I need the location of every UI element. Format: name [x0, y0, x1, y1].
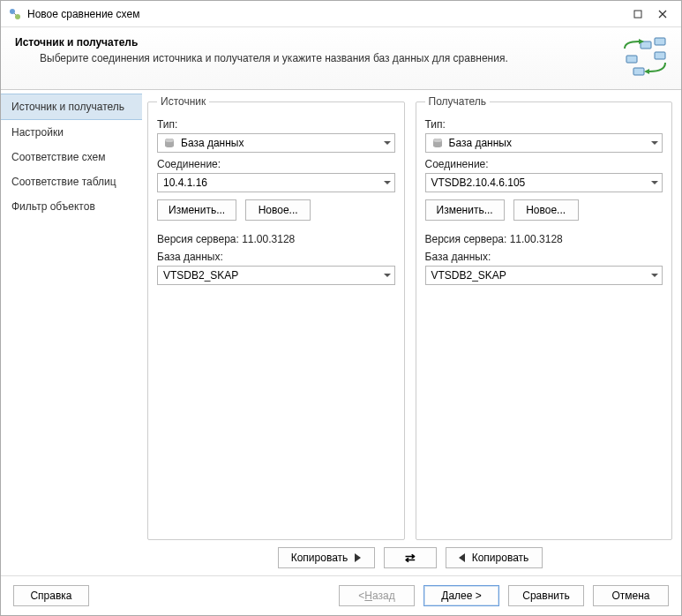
target-type-value: База данных [449, 137, 512, 149]
target-conn-label: Соединение: [425, 158, 663, 170]
panels-row: Источник Тип: База данных Соединение: 10… [147, 95, 672, 540]
source-db-label: База данных: [157, 251, 395, 263]
close-button[interactable] [656, 8, 669, 20]
sidebar-item-table-mapping[interactable]: Соответствие таблиц [1, 169, 142, 194]
next-button[interactable]: Далее > [423, 585, 499, 606]
svg-point-11 [165, 139, 174, 142]
target-type-combo[interactable]: База данных [425, 133, 663, 153]
content-area: Источник Тип: База данных Соединение: 10… [142, 90, 681, 575]
svg-rect-6 [655, 52, 665, 59]
wizard-header: Источник и получатель Выберите соединени… [1, 27, 681, 90]
chevron-down-icon [651, 181, 658, 184]
target-conn-value: VTSDB2.10.4.6.105 [431, 177, 526, 189]
sidebar-item-label: Соответствие таблиц [11, 176, 116, 188]
chevron-down-icon [384, 274, 391, 277]
copy-left-label: Копировать [472, 552, 529, 564]
source-server-version: Версия сервера: 11.00.3128 [157, 233, 395, 245]
copy-buttons-row: Копировать ⇄ Копировать [147, 540, 672, 572]
target-db-value: VTSDB2_SKAP [431, 269, 506, 282]
wizard-footer: Справка < Назад Далее > Сравнить Отмена [1, 575, 681, 615]
target-legend: Получатель [425, 95, 491, 108]
database-icon [163, 137, 176, 149]
svg-point-13 [433, 139, 442, 142]
source-db-value: VTSDB2_SKAP [163, 269, 238, 282]
sidebar-item-schema-mapping[interactable]: Соответствие схем [1, 145, 142, 169]
chevron-down-icon [651, 141, 658, 145]
window-title: Новое сравнение схем [27, 8, 632, 20]
copy-to-target-button[interactable]: Копировать [278, 547, 375, 568]
source-database-combo[interactable]: VTSDB2_SKAP [157, 266, 395, 285]
source-type-label: Тип: [157, 118, 395, 131]
source-connection-combo[interactable]: 10.4.1.16 [157, 173, 395, 192]
source-legend: Источник [157, 95, 209, 108]
help-button[interactable]: Справка [13, 585, 89, 606]
schema-compare-icon [623, 36, 667, 77]
svg-marker-9 [644, 69, 649, 74]
chevron-down-icon [651, 274, 658, 277]
chevron-down-icon [384, 181, 391, 184]
target-conn-buttons: Изменить... Новое... [425, 199, 663, 221]
copy-right-label: Копировать [291, 552, 348, 564]
svg-rect-3 [626, 56, 637, 63]
target-database-combo[interactable]: VTSDB2_SKAP [425, 266, 663, 285]
titlebar: Новое сравнение схем [1, 1, 681, 27]
source-edit-button[interactable]: Изменить... [157, 199, 236, 221]
target-type-label: Тип: [425, 118, 663, 131]
svg-rect-2 [634, 11, 641, 18]
target-panel: Получатель Тип: База данных Соединение: … [416, 95, 673, 540]
sidebar-item-label: Источник и получатель [11, 101, 124, 113]
sidebar-item-object-filter[interactable]: Фильтр объектов [1, 194, 142, 219]
swap-icon: ⇄ [405, 552, 416, 564]
window-buttons [632, 8, 674, 20]
target-server-version: Версия сервера: 11.00.3128 [425, 233, 663, 245]
target-db-label: База данных: [425, 251, 663, 263]
source-new-button[interactable]: Новое... [245, 199, 311, 221]
wizard-header-text: Источник и получатель Выберите соединени… [15, 36, 623, 64]
sidebar-item-label: Настройки [11, 126, 64, 139]
target-edit-button[interactable]: Изменить... [425, 199, 505, 221]
wizard-header-subtitle: Выберите соединения источника и получате… [40, 52, 623, 64]
source-type-value: База данных [181, 137, 244, 149]
maximize-button[interactable] [632, 8, 644, 20]
svg-rect-5 [655, 38, 665, 45]
source-conn-buttons: Изменить... Новое... [157, 199, 395, 221]
arrow-right-icon [355, 553, 361, 562]
sidebar-item-settings[interactable]: Настройки [1, 120, 142, 145]
app-icon [8, 7, 22, 21]
target-connection-combo[interactable]: VTSDB2.10.4.6.105 [425, 173, 663, 192]
sidebar-item-source-target[interactable]: Источник и получатель [1, 94, 142, 120]
cancel-button[interactable]: Отмена [593, 585, 669, 606]
source-type-combo[interactable]: База данных [157, 133, 395, 153]
svg-rect-7 [633, 68, 644, 75]
wizard-window: Новое сравнение схем Источник и получате… [0, 0, 682, 616]
chevron-down-icon [384, 141, 391, 145]
sidebar-item-label: Фильтр объектов [11, 200, 95, 213]
source-conn-value: 10.4.1.16 [163, 177, 207, 189]
sidebar: Источник и получатель Настройки Соответс… [1, 90, 142, 575]
swap-button[interactable]: ⇄ [384, 547, 437, 568]
target-new-button[interactable]: Новое... [513, 199, 579, 221]
source-conn-label: Соединение: [157, 158, 395, 170]
database-icon [431, 137, 444, 149]
svg-rect-4 [641, 41, 651, 49]
back-button: < Назад [339, 585, 415, 606]
sidebar-item-label: Соответствие схем [11, 151, 106, 163]
compare-button[interactable]: Сравнить [508, 585, 584, 606]
wizard-header-title: Источник и получатель [15, 36, 623, 49]
wizard-body: Источник и получатель Настройки Соответс… [1, 90, 681, 575]
source-panel: Источник Тип: База данных Соединение: 10… [147, 95, 405, 540]
copy-to-source-button[interactable]: Копировать [446, 547, 543, 568]
arrow-left-icon [459, 553, 465, 562]
